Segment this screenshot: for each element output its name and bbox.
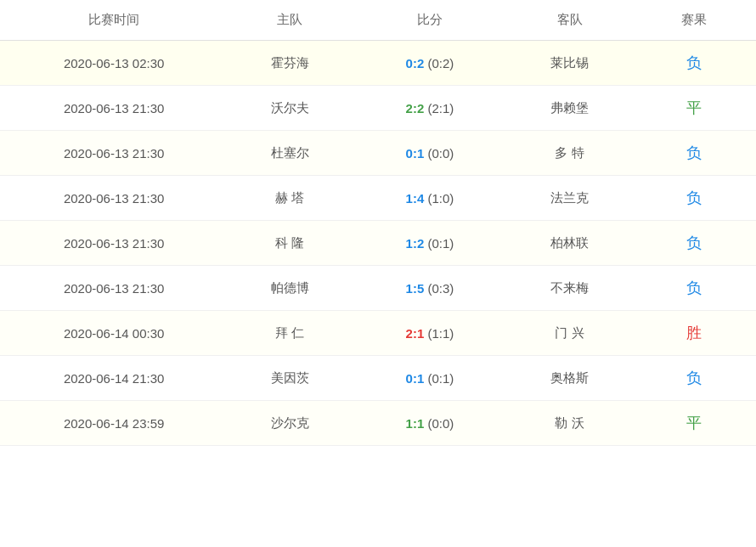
match-score: 2:1 (1:1) (353, 311, 508, 356)
header-result: 赛果 (632, 0, 756, 41)
table-row: 2020-06-13 21:30沃尔夫2:2 (2:1)弗赖堡平 (0, 86, 756, 131)
away-team: 多 特 (507, 131, 631, 176)
match-time: 2020-06-14 00:30 (0, 311, 228, 356)
table-row: 2020-06-14 00:30拜 仁2:1 (1:1)门 兴胜 (0, 311, 756, 356)
match-score: 0:1 (0:1) (353, 356, 508, 401)
home-team: 沙尔克 (228, 401, 352, 446)
away-team: 门 兴 (507, 311, 631, 356)
match-score: 1:5 (0:3) (353, 266, 508, 311)
away-team: 莱比锡 (507, 41, 631, 86)
match-time: 2020-06-13 21:30 (0, 86, 228, 131)
home-team: 沃尔夫 (228, 86, 352, 131)
match-result: 胜 (632, 311, 756, 356)
home-team: 科 隆 (228, 221, 352, 266)
match-result: 负 (632, 221, 756, 266)
match-result: 负 (632, 176, 756, 221)
away-team: 勒 沃 (507, 401, 631, 446)
match-time: 2020-06-14 23:59 (0, 401, 228, 446)
match-time: 2020-06-13 21:30 (0, 221, 228, 266)
home-team: 帕德博 (228, 266, 352, 311)
table-row: 2020-06-13 21:30赫 塔1:4 (1:0)法兰克负 (0, 176, 756, 221)
home-team: 拜 仁 (228, 311, 352, 356)
table-row: 2020-06-13 02:30霍芬海0:2 (0:2)莱比锡负 (0, 41, 756, 86)
match-time: 2020-06-13 21:30 (0, 266, 228, 311)
match-score: 1:4 (1:0) (353, 176, 508, 221)
match-time: 2020-06-13 21:30 (0, 176, 228, 221)
table-row: 2020-06-13 21:30帕德博1:5 (0:3)不来梅负 (0, 266, 756, 311)
match-result: 负 (632, 41, 756, 86)
table-row: 2020-06-13 21:30杜塞尔0:1 (0:0)多 特负 (0, 131, 756, 176)
match-score: 1:2 (0:1) (353, 221, 508, 266)
table-row: 2020-06-14 21:30美因茨0:1 (0:1)奥格斯负 (0, 356, 756, 401)
away-team: 奥格斯 (507, 356, 631, 401)
header-away: 客队 (507, 0, 631, 41)
matches-table: 比赛时间 主队 比分 客队 赛果 2020-06-13 02:30霍芬海0:2 … (0, 0, 756, 446)
match-time: 2020-06-13 21:30 (0, 131, 228, 176)
away-team: 法兰克 (507, 176, 631, 221)
match-result: 平 (632, 401, 756, 446)
home-team: 美因茨 (228, 356, 352, 401)
away-team: 弗赖堡 (507, 86, 631, 131)
table-header-row: 比赛时间 主队 比分 客队 赛果 (0, 0, 756, 41)
match-score: 0:2 (0:2) (353, 41, 508, 86)
away-team: 柏林联 (507, 221, 631, 266)
match-result: 负 (632, 356, 756, 401)
match-score: 2:2 (2:1) (353, 86, 508, 131)
match-time: 2020-06-13 02:30 (0, 41, 228, 86)
match-result: 负 (632, 131, 756, 176)
match-result: 平 (632, 86, 756, 131)
match-score: 0:1 (0:0) (353, 131, 508, 176)
away-team: 不来梅 (507, 266, 631, 311)
header-home: 主队 (228, 0, 352, 41)
match-time: 2020-06-14 21:30 (0, 356, 228, 401)
home-team: 杜塞尔 (228, 131, 352, 176)
match-result: 负 (632, 266, 756, 311)
table-row: 2020-06-14 23:59沙尔克1:1 (0:0)勒 沃平 (0, 401, 756, 446)
table-row: 2020-06-13 21:30科 隆1:2 (0:1)柏林联负 (0, 221, 756, 266)
matches-table-container: 比赛时间 主队 比分 客队 赛果 2020-06-13 02:30霍芬海0:2 … (0, 0, 756, 446)
home-team: 赫 塔 (228, 176, 352, 221)
match-score: 1:1 (0:0) (353, 401, 508, 446)
header-score: 比分 (353, 0, 508, 41)
home-team: 霍芬海 (228, 41, 352, 86)
header-time: 比赛时间 (0, 0, 228, 41)
